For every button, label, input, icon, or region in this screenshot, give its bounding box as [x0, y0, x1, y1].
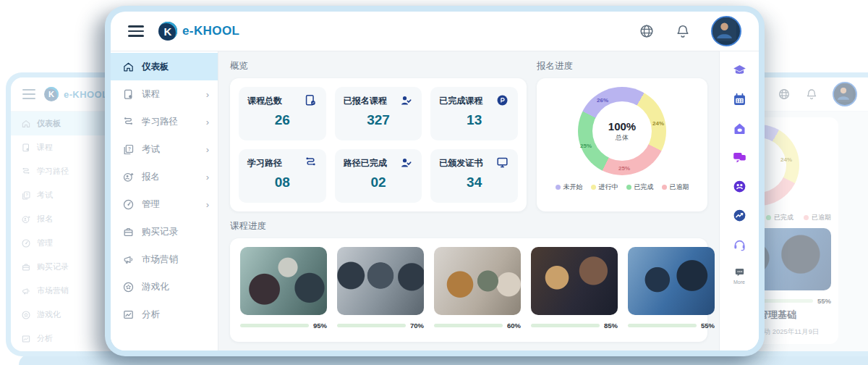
- more-chat-icon: [733, 266, 746, 278]
- bell-icon[interactable]: [675, 23, 691, 39]
- sidebar-item-exams[interactable]: 考试›: [111, 135, 218, 163]
- slice-label: 26%: [597, 97, 608, 104]
- marketing-icon: [122, 253, 135, 266]
- main-window: K e-KHOOL 仪表板 课程› 学习路径› 考试› 报名› 管理›: [105, 6, 765, 356]
- slice-label: 24%: [780, 156, 792, 163]
- home-button[interactable]: [732, 121, 747, 136]
- course-progress: 85%: [531, 322, 618, 330]
- avatar: [833, 82, 857, 106]
- stat-value: 02: [344, 175, 414, 190]
- gamification-icon: [122, 281, 135, 293]
- sidebar-item-enrollment[interactable]: 报名›: [111, 163, 218, 190]
- purchases-icon: [122, 226, 135, 238]
- sidebar-item-management[interactable]: 管理›: [111, 190, 218, 218]
- course-card[interactable]: 70% Leadership Essentials 最后活动 2025年10月2…: [337, 247, 424, 333]
- course-card[interactable]: 85% 数据驱动决策 最后活动 2025年11月9日: [531, 247, 618, 333]
- course-card[interactable]: 95% 职场合规培训 最后活动 2025年11月5日: [240, 247, 327, 333]
- sidebar-item-learning-paths[interactable]: 学习路径›: [111, 108, 218, 135]
- graduation-cap-icon: [732, 63, 747, 78]
- sidebar-item-gamification[interactable]: 游戏化: [111, 273, 218, 301]
- course-card[interactable]: 60% 高效沟通 最后活动 2025年11月10日: [434, 247, 521, 333]
- support-button[interactable]: [732, 237, 747, 252]
- sidebar-item-analytics[interactable]: 分析: [111, 301, 218, 328]
- monitor-icon: [495, 156, 509, 169]
- calendar-icon: [732, 92, 747, 107]
- course-progress-title: 课程进度: [230, 220, 707, 232]
- course-image: [628, 247, 715, 315]
- stat-value: 327: [344, 112, 414, 128]
- donut-center-label: 总体: [616, 133, 629, 143]
- course-progress: 95%: [240, 322, 327, 330]
- chevron-right-icon: ›: [206, 145, 209, 154]
- course-device-icon: [304, 93, 318, 107]
- brand-logo-text: e-KHOOL: [182, 24, 239, 38]
- person-check-icon: [399, 93, 413, 107]
- brand-logo: K e-KHOOL: [44, 87, 108, 101]
- path-icon: [304, 156, 318, 169]
- slice-label: 25%: [618, 165, 630, 172]
- chat-icon: [732, 150, 747, 165]
- chart-legend: 未开始 进行中 已完成 已逾期: [556, 182, 689, 192]
- courses-icon: [122, 88, 135, 101]
- sidebar-item-courses[interactable]: 课程›: [111, 80, 218, 108]
- graduation-cap-button[interactable]: [732, 63, 747, 78]
- right-icon-rail: More: [719, 51, 759, 351]
- stat-value: 08: [247, 175, 318, 190]
- slice-label: 25%: [580, 143, 592, 149]
- stat-total-courses: 课程总数 26: [239, 87, 326, 140]
- course-image: [531, 247, 618, 315]
- carousel-stage: K e-KHOOL 仪表板 课程› 学习路径› 考试› 报名› 管理› 购买记录…: [0, 0, 868, 365]
- donut-chart: 26% 24% 25% 25% 100% 总体: [578, 87, 666, 175]
- stat-value: 34: [439, 175, 509, 190]
- overview-card: 课程总数 26 已报名课程 327 已完成课程 13: [230, 78, 527, 211]
- main-content: 概览 课程总数 26 已报名课程 327: [218, 51, 719, 351]
- chat-button[interactable]: [732, 150, 747, 165]
- sidebar-item-marketing[interactable]: 市场营销: [111, 246, 218, 273]
- home-icon: [122, 61, 135, 73]
- course-card[interactable]: 55% 项目管理基础 最后活动 2025年11月9日: [628, 247, 715, 333]
- course-progress: 60%: [434, 322, 521, 330]
- more-label: More: [733, 280, 745, 285]
- management-icon: [122, 198, 135, 211]
- enrollment-chart-card: 26% 24% 25% 25% 100% 总体: [537, 78, 707, 211]
- brand-logo-icon: K: [158, 22, 177, 41]
- home-cloud-icon: [732, 121, 747, 136]
- brand-logo-text: e-KHOOL: [64, 89, 108, 100]
- slice-label: 24%: [652, 120, 664, 127]
- app-header: K e-KHOOL: [111, 12, 759, 51]
- course-image: [434, 247, 521, 315]
- stat-paths-completed: 路径已完成 02: [335, 149, 422, 203]
- overview-title: 概览: [230, 60, 527, 72]
- brand-logo[interactable]: K e-KHOOL: [158, 22, 239, 41]
- sidebar-item-dashboard[interactable]: 仪表板: [111, 53, 218, 80]
- chevron-right-icon: ›: [206, 90, 209, 99]
- chevron-right-icon: ›: [206, 172, 209, 182]
- course-image: [337, 247, 424, 315]
- community-button[interactable]: [732, 179, 747, 194]
- sidebar-item-purchases[interactable]: 购买记录: [111, 218, 218, 246]
- enrollment-icon: [122, 171, 135, 183]
- enrollment-progress-title: 报名进度: [537, 60, 707, 72]
- support-headset-icon: [732, 237, 747, 252]
- chevron-right-icon: ›: [206, 117, 209, 127]
- avatar[interactable]: [711, 16, 741, 46]
- stat-certificates-issued: 已颁发证书 34: [430, 149, 518, 203]
- stat-value: 26: [247, 112, 318, 128]
- more-chat-button[interactable]: More: [733, 266, 746, 285]
- menu-icon: [22, 89, 35, 100]
- person-check-icon: [399, 156, 413, 169]
- globe-icon: [778, 88, 791, 101]
- trends-button[interactable]: [732, 208, 747, 223]
- course-progress: 55%: [628, 322, 715, 330]
- chevron-right-icon: ›: [206, 200, 209, 209]
- calendar-button[interactable]: [732, 92, 747, 107]
- learning-path-icon: [122, 116, 135, 128]
- stat-learning-paths: 学习路径 08: [239, 149, 326, 203]
- community-icon: [732, 179, 747, 194]
- stat-completed-courses: 已完成课程 13: [430, 87, 518, 140]
- menu-icon[interactable]: [128, 25, 144, 37]
- course-progress-card: 95% 职场合规培训 最后活动 2025年11月5日 70% Leadershi…: [230, 238, 707, 342]
- stat-enrolled-courses: 已报名课程 327: [335, 87, 422, 140]
- globe-icon[interactable]: [639, 23, 655, 39]
- badge-check-icon: [495, 93, 509, 107]
